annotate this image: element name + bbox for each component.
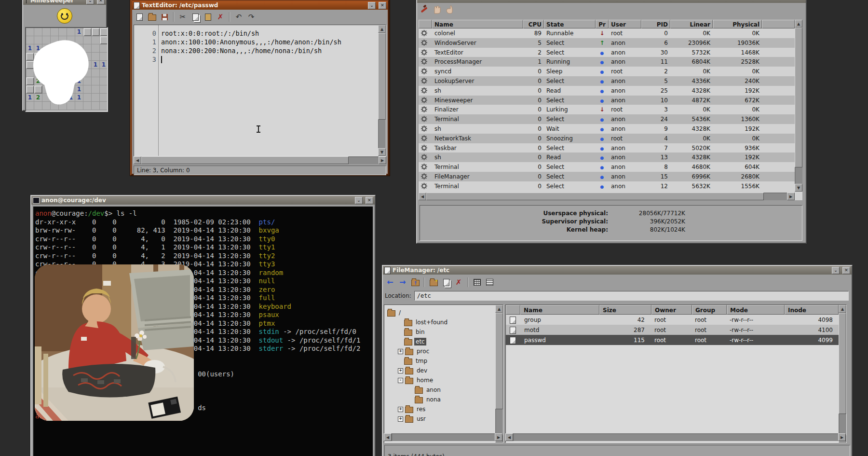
mine-cell[interactable] [67, 28, 75, 36]
column-header-Group[interactable]: Group [692, 305, 727, 315]
mine-cell[interactable] [59, 28, 67, 36]
column-header-Name[interactable]: Name [432, 20, 523, 28]
filemanager-titlebar[interactable]: FileManager: /etc ⌄ ✕ [383, 266, 852, 275]
minesweeper-titlebar[interactable]: Minesweeper ⌄ ✕ [23, 0, 106, 5]
tree-item-nona[interactable]: nona [408, 395, 442, 404]
fm-table-view-button[interactable] [472, 277, 482, 288]
process-row[interactable]: WindowServer5Select↑anon623096K19036K [419, 38, 795, 48]
process-row[interactable]: ProcessManager1Running●anon116804K2528K [419, 57, 795, 67]
pm-stop-process-button[interactable] [432, 5, 442, 16]
fm-forward-button[interactable]: → [397, 277, 408, 288]
mine-cell[interactable] [100, 85, 108, 94]
mine-cell[interactable] [100, 28, 108, 36]
mine-cell[interactable] [100, 69, 108, 77]
horizontal-scrollbar-thumb[interactable] [141, 156, 349, 164]
processmanager-titlebar[interactable] [417, 0, 806, 3]
mine-cell[interactable] [100, 94, 108, 102]
vertical-scrollbar-thumb[interactable] [795, 28, 802, 167]
scroll-left-button[interactable]: ◀ [384, 433, 392, 441]
scroll-up-button[interactable]: ▲ [495, 305, 503, 313]
mine-cell[interactable] [100, 77, 108, 85]
column-header-CPU[interactable]: CPU [523, 20, 544, 28]
smiley-face-button[interactable] [57, 8, 72, 24]
process-row[interactable]: Minesweeper0Select●anon104872K672K [419, 96, 795, 105]
fm-new-folder-button[interactable]: ✦ [428, 277, 439, 288]
vertical-scrollbar-thumb[interactable] [839, 313, 846, 414]
editor-redo-button[interactable]: ↷ [246, 12, 257, 22]
fm-open-parent-button[interactable]: ↑ [410, 277, 420, 288]
expand-icon[interactable]: + [398, 416, 403, 422]
process-row[interactable]: Finalizer0Lurking↓root30K0K [419, 105, 795, 114]
tree-item-tmp[interactable]: tmp [398, 356, 429, 366]
minimize-button[interactable]: ⌄ [832, 267, 840, 274]
mine-cell[interactable] [92, 28, 100, 36]
fm-delete-button[interactable]: ✗ [453, 277, 464, 288]
vertical-scrollbar-thumb[interactable] [495, 313, 503, 409]
process-row[interactable]: Terminal0Select●anon245436K1360K [419, 114, 795, 124]
process-row[interactable]: sh0Wait●anon94328K192K [419, 124, 795, 134]
text-editor-area[interactable]: 0root:x:0:0:root:/:/bin/sh1anon:x:100:10… [134, 25, 386, 156]
mine-cell[interactable] [100, 44, 108, 53]
column-header-blank[interactable] [506, 305, 520, 315]
collapse-icon[interactable]: - [398, 378, 403, 383]
column-header-Size[interactable]: Size [599, 305, 651, 315]
editor-cut-button[interactable]: ✂ [177, 12, 188, 22]
process-row[interactable]: NetworkTask0Snoozing●root40K0K [419, 134, 795, 143]
location-input[interactable]: /etc [414, 291, 849, 301]
file-row[interactable]: group42rootroot-rw-r--r--4098 [506, 315, 839, 325]
column-header-Pr[interactable]: Pr [596, 20, 609, 28]
fm-back-button[interactable]: ← [385, 277, 395, 288]
tree-item-anon[interactable]: anon [408, 385, 442, 395]
scroll-left-button[interactable]: ◀ [419, 193, 426, 200]
process-row[interactable]: Terminal0Select●anon125632K1556K [419, 181, 795, 191]
pm-kill-process-button[interactable] [419, 5, 430, 16]
editor-new-document-button[interactable] [134, 12, 145, 22]
expand-icon[interactable]: + [398, 349, 403, 354]
tree-item-lostfound[interactable]: lost+found [398, 318, 449, 327]
process-row[interactable]: syncd0Sleep●root20K0K [419, 67, 795, 76]
fm-list-view-button[interactable] [484, 277, 495, 288]
mine-cell[interactable] [26, 28, 34, 36]
process-row[interactable]: Terminal0Select●anon84680K604K [419, 162, 795, 172]
mine-cell[interactable] [34, 28, 42, 36]
minimize-button[interactable]: ⌄ [368, 2, 376, 9]
editor-undo-button[interactable]: ↶ [233, 12, 244, 22]
column-header-Inode[interactable]: Inode [785, 305, 839, 315]
column-header-blank[interactable] [762, 20, 795, 28]
file-row[interactable]: motd287rootroot-rw-r--r--4100 [506, 325, 839, 335]
scroll-left-button[interactable]: ◀ [505, 433, 513, 441]
mine-cell[interactable] [100, 53, 108, 61]
column-header-Owner[interactable]: Owner [651, 305, 692, 315]
tree-item-res[interactable]: +res [398, 404, 427, 414]
editor-copy-button[interactable] [190, 12, 201, 22]
scroll-right-button[interactable]: ▶ [838, 433, 846, 441]
fm-copy-button[interactable] [441, 277, 451, 288]
minimize-button[interactable]: ⌄ [86, 0, 94, 4]
close-button[interactable]: ✕ [842, 267, 850, 274]
column-header-Linear[interactable]: Linear [670, 20, 713, 28]
editor-paste-button[interactable] [203, 12, 213, 22]
expand-icon[interactable]: + [398, 407, 403, 412]
scroll-down-button[interactable]: ▼ [795, 184, 802, 192]
texteditor-titlebar[interactable]: TextEditor: /etc/passwd ⌄ ✕ [132, 1, 388, 10]
process-row[interactable]: FileManager0Select●anon156996K2680K [419, 172, 795, 181]
pm-continue-process-button[interactable] [444, 5, 455, 16]
tree-item-[interactable]: / [387, 308, 402, 318]
process-row[interactable]: sh0Read●anon254328K192K [419, 86, 795, 96]
mine-cell[interactable] [83, 28, 92, 36]
minimize-button[interactable]: ⌄ [355, 197, 363, 204]
tree-item-proc[interactable]: +proc [398, 346, 431, 356]
tree-item-home[interactable]: -home [398, 375, 434, 385]
scroll-up-button[interactable]: ▲ [795, 20, 802, 28]
process-row[interactable]: LookupServer0Select●anon54336K240K [419, 76, 795, 86]
vertical-scrollbar-thumb[interactable] [378, 33, 386, 120]
close-button[interactable]: ✕ [97, 0, 105, 4]
file-row[interactable]: passwd115rootroot-rw-r--r--4099 [506, 335, 839, 345]
process-row[interactable]: colonel89Runnable↓root00K0K [419, 28, 795, 38]
mine-cell[interactable] [42, 28, 51, 36]
column-header-State[interactable]: State [544, 20, 596, 28]
expand-icon[interactable]: + [398, 368, 403, 373]
tree-item-dev[interactable]: +dev [398, 366, 429, 375]
mine-cell[interactable] [100, 102, 108, 110]
column-header-User[interactable]: User [609, 20, 641, 28]
